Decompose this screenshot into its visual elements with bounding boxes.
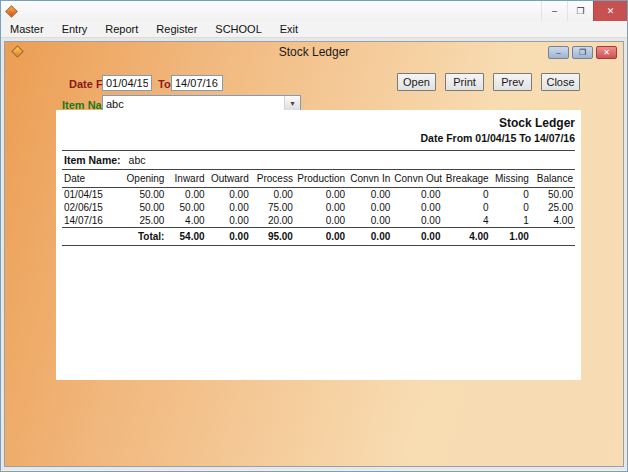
cell: 50.00 (166, 201, 206, 214)
cell: 0.00 (295, 188, 347, 202)
app-icon (5, 5, 18, 18)
report-item-label: Item Name: (64, 154, 121, 166)
to-label: To (158, 78, 171, 90)
column-header-missing: Missing (491, 170, 531, 188)
cell: 0.00 (207, 201, 251, 214)
child-minimize-button[interactable]: – (548, 46, 569, 59)
cell: 0.00 (347, 188, 392, 202)
cell: 0.00 (251, 188, 295, 202)
menu-entry[interactable]: Entry (53, 22, 97, 36)
child-window-title: Stock Ledger (279, 45, 350, 59)
total-cell: 54.00 (166, 228, 206, 246)
cell: 0.00 (392, 214, 442, 228)
cell: 01/04/15 (62, 188, 122, 202)
cell: 1 (491, 214, 531, 228)
total-label: Total: (122, 228, 166, 246)
cell: 50.00 (122, 201, 166, 214)
cell: 0.00 (207, 188, 251, 202)
cell: 0.00 (347, 201, 392, 214)
table-row: 01/04/1550.000.000.000.000.000.000.00005… (62, 188, 575, 202)
cell: 0.00 (392, 201, 442, 214)
cell: 4.00 (166, 214, 206, 228)
total-cell: 0.00 (207, 228, 251, 246)
cell: 4.00 (531, 214, 575, 228)
column-header-inward: Inward (166, 170, 206, 188)
total-cell: 0.00 (347, 228, 392, 246)
report-item-row: Item Name:abc (62, 150, 575, 170)
cell: 0.00 (295, 214, 347, 228)
cell: 75.00 (251, 201, 295, 214)
print-button[interactable]: Print (445, 73, 484, 91)
cell: 0 (442, 201, 490, 214)
column-header-convn-in: Convn In (347, 170, 392, 188)
item-name-selected-value: abc (106, 98, 124, 110)
form-icon (11, 45, 24, 58)
cell: 0.00 (166, 188, 206, 202)
total-cell: 0.00 (392, 228, 442, 246)
total-cell: 4.00 (442, 228, 490, 246)
column-header-process: Process (251, 170, 295, 188)
mdi-area: Stock Ledger – ❐ ✕ Date From: To Item Na… (1, 38, 627, 470)
window-controls: – ❐ ✕ (541, 1, 627, 21)
chevron-down-icon[interactable]: ▾ (284, 96, 300, 111)
header-row: DateOpeningInwardOutwardProcessProductio… (62, 170, 575, 188)
close-form-button[interactable]: Close (541, 73, 580, 91)
total-cell: 0.00 (295, 228, 347, 246)
cell: 20.00 (251, 214, 295, 228)
column-header-balance: Balance (531, 170, 575, 188)
total-row: Total:54.000.0095.000.000.000.004.001.00 (62, 228, 575, 246)
report-date-range: Date From 01/04/15 To 14/07/16 (62, 132, 575, 144)
cell: 0.00 (207, 214, 251, 228)
close-button[interactable]: ✕ (593, 1, 627, 21)
column-header-date: Date (62, 170, 122, 188)
open-button[interactable]: Open (397, 73, 436, 91)
date-to-input[interactable] (171, 75, 223, 91)
child-window-controls: – ❐ ✕ (548, 46, 617, 59)
cell: 50.00 (122, 188, 166, 202)
report-panel: Stock Ledger Date From 01/04/15 To 14/07… (56, 110, 581, 380)
cell: 0 (491, 188, 531, 202)
prev-button[interactable]: Prev (493, 73, 532, 91)
child-restore-button[interactable]: ❐ (572, 46, 593, 59)
ledger-body: 01/04/1550.000.000.000.000.000.000.00005… (62, 188, 575, 246)
cell (62, 228, 122, 246)
menu-register[interactable]: Register (147, 22, 206, 36)
minimize-button[interactable]: – (541, 1, 567, 21)
restore-button[interactable]: ❐ (567, 1, 593, 21)
total-cell (531, 228, 575, 246)
column-header-convn-out: Convn Out (392, 170, 442, 188)
cell: 0 (491, 201, 531, 214)
action-buttons: Open Print Prev Close (397, 73, 580, 91)
column-header-opening: Opening (122, 170, 166, 188)
column-header-production: Production (295, 170, 347, 188)
cell: 0.00 (295, 201, 347, 214)
cell: 25.00 (531, 201, 575, 214)
menu-report[interactable]: Report (96, 22, 147, 36)
ledger-table: DateOpeningInwardOutwardProcessProductio… (62, 170, 575, 246)
cell: 25.00 (122, 214, 166, 228)
app-window: – ❐ ✕ Master Entry Report Register SCHOO… (0, 0, 628, 472)
total-cell: 95.00 (251, 228, 295, 246)
menu-bar: Master Entry Report Register SCHOOL Exit (1, 21, 627, 38)
table-row: 02/06/1550.0050.000.0075.000.000.000.000… (62, 201, 575, 214)
column-header-breakage: Breakage (442, 170, 490, 188)
table-row: 14/07/1625.004.000.0020.000.000.000.0041… (62, 214, 575, 228)
cell: 14/07/16 (62, 214, 122, 228)
stock-ledger-window: Stock Ledger – ❐ ✕ Date From: To Item Na… (4, 41, 624, 467)
window-titlebar: – ❐ ✕ (1, 1, 627, 21)
report-title: Stock Ledger (62, 116, 575, 130)
cell: 0.00 (392, 188, 442, 202)
cell: 0 (442, 188, 490, 202)
report-item-value: abc (129, 154, 146, 166)
column-header-outward: Outward (207, 170, 251, 188)
menu-school[interactable]: SCHOOL (206, 22, 270, 36)
menu-exit[interactable]: Exit (271, 22, 307, 36)
total-cell: 1.00 (491, 228, 531, 246)
child-close-button[interactable]: ✕ (596, 46, 617, 59)
date-from-input[interactable] (102, 75, 152, 91)
cell: 0.00 (347, 214, 392, 228)
cell: 50.00 (531, 188, 575, 202)
ledger-head: DateOpeningInwardOutwardProcessProductio… (62, 170, 575, 188)
menu-master[interactable]: Master (1, 22, 53, 36)
child-titlebar: Stock Ledger – ❐ ✕ (5, 42, 623, 62)
